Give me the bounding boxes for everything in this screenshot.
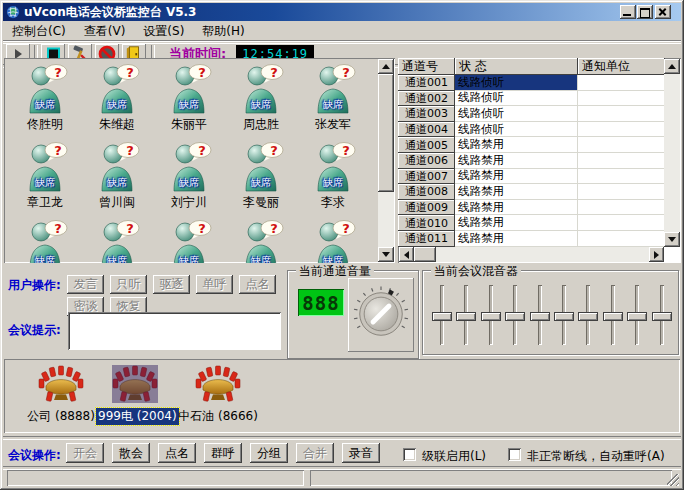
table-hscrollbar[interactable]: [399, 247, 664, 262]
scroll-right-button[interactable]: [649, 247, 664, 262]
table-row[interactable]: 通道011线路禁用: [398, 231, 665, 247]
user-item[interactable]: ?缺席: [154, 219, 224, 263]
channel-unit-cell[interactable]: [578, 169, 665, 185]
channel-id-cell[interactable]: 通道003: [398, 106, 455, 122]
channel-id-cell[interactable]: 通道005: [398, 137, 455, 153]
conference-prompt-input[interactable]: [68, 312, 281, 350]
user-item[interactable]: ?缺席周忠胜: [226, 63, 296, 139]
scroll-down-button[interactable]: [378, 247, 394, 262]
channel-unit-cell[interactable]: [578, 137, 665, 153]
table-row[interactable]: 通道002线路侦听: [398, 91, 665, 107]
column-header-unit[interactable]: 通知单位: [578, 58, 665, 75]
user-item[interactable]: ?缺席曾川闽: [82, 141, 152, 217]
channel-id-cell[interactable]: 通道007: [398, 169, 455, 185]
scroll-up-button[interactable]: [664, 59, 680, 74]
channel-status-cell[interactable]: 线路禁用: [455, 215, 578, 231]
menu-item-1[interactable]: 查看(V): [75, 21, 135, 42]
user-item[interactable]: ?缺席: [10, 219, 80, 263]
table-row[interactable]: 通道006线路禁用: [398, 153, 665, 169]
scroll-up-button[interactable]: [378, 59, 394, 74]
slider-thumb[interactable]: [627, 312, 647, 321]
slider-thumb[interactable]: [554, 312, 574, 321]
scroll-down-button[interactable]: [664, 232, 680, 247]
channel-id-cell[interactable]: 通道006: [398, 153, 455, 169]
menu-item-2[interactable]: 设置(S): [134, 21, 193, 42]
conference-item-2[interactable]: 中石油 (8666): [172, 365, 264, 425]
slider-thumb[interactable]: [530, 312, 550, 321]
channel-id-cell[interactable]: 通道009: [398, 200, 455, 216]
user-op-button-4[interactable]: 点名: [239, 275, 276, 294]
channel-status-cell[interactable]: 线路侦听: [455, 91, 578, 107]
user-item[interactable]: ?缺席张发军: [298, 63, 368, 139]
slider-thumb[interactable]: [603, 312, 623, 321]
channel-status-cell[interactable]: 线路禁用: [455, 169, 578, 185]
slider-thumb[interactable]: [456, 312, 476, 321]
channel-status-cell[interactable]: 线路侦听: [455, 75, 578, 91]
channel-unit-cell[interactable]: [578, 91, 665, 107]
channel-id-cell[interactable]: 通道008: [398, 184, 455, 200]
volume-knob[interactable]: [350, 283, 412, 348]
channel-id-cell[interactable]: 通道004: [398, 122, 455, 138]
channel-unit-cell[interactable]: [578, 106, 665, 122]
user-item[interactable]: ?缺席: [226, 219, 296, 263]
table-row[interactable]: 通道007线路禁用: [398, 169, 665, 185]
slider-thumb[interactable]: [578, 312, 598, 321]
conf-op-button-0[interactable]: 开会: [66, 443, 104, 463]
user-item[interactable]: ?缺席刘宁川: [154, 141, 224, 217]
table-vscrollbar[interactable]: [664, 59, 680, 247]
channel-unit-cell[interactable]: [578, 200, 665, 216]
user-op-button-2[interactable]: 驱逐: [153, 275, 190, 294]
table-row[interactable]: 通道008线路禁用: [398, 184, 665, 200]
menu-item-3[interactable]: 帮助(H): [193, 21, 253, 42]
conf-op-button-2[interactable]: 点名: [158, 443, 196, 463]
channel-unit-cell[interactable]: [578, 184, 665, 200]
minimize-button[interactable]: [620, 5, 636, 19]
user-item[interactable]: ?缺席: [82, 219, 152, 263]
scrollbar-thumb[interactable]: [414, 247, 436, 262]
table-row[interactable]: 通道003线路侦听: [398, 106, 665, 122]
checkbox-0[interactable]: [403, 448, 416, 461]
slider-thumb[interactable]: [505, 312, 525, 321]
conf-op-button-6[interactable]: 录音: [342, 443, 380, 463]
resize-grip[interactable]: [667, 474, 679, 486]
scrollbar-thumb[interactable]: [378, 74, 394, 192]
user-op-button-0[interactable]: 发言: [67, 275, 104, 294]
conf-op-button-5[interactable]: 合并: [296, 443, 334, 463]
column-header-channel[interactable]: 通道号: [398, 58, 455, 75]
user-item[interactable]: ?缺席佟胜明: [10, 63, 80, 139]
channel-unit-cell[interactable]: [578, 122, 665, 138]
channel-unit-cell[interactable]: [578, 153, 665, 169]
conference-item-1[interactable]: 999电 (2004): [96, 365, 174, 425]
channel-unit-cell[interactable]: [578, 215, 665, 231]
channel-status-cell[interactable]: 线路侦听: [455, 122, 578, 138]
table-row[interactable]: 通道005线路禁用: [398, 137, 665, 153]
user-item[interactable]: ?缺席朱丽平: [154, 63, 224, 139]
user-item[interactable]: ?缺席: [298, 219, 368, 263]
channel-status-cell[interactable]: 线路禁用: [455, 153, 578, 169]
channel-unit-cell[interactable]: [578, 231, 665, 247]
channel-unit-cell[interactable]: [578, 75, 665, 91]
table-row[interactable]: 通道010线路禁用: [398, 215, 665, 231]
user-item[interactable]: ?缺席李曼丽: [226, 141, 296, 217]
channel-id-cell[interactable]: 通道001: [398, 75, 455, 91]
close-button[interactable]: [655, 5, 671, 19]
table-row[interactable]: 通道004线路侦听: [398, 122, 665, 138]
table-row[interactable]: 通道001线路侦听: [398, 75, 665, 91]
scroll-left-button[interactable]: [399, 247, 414, 262]
attendee-scrollbar[interactable]: [378, 59, 394, 262]
channel-id-cell[interactable]: 通道010: [398, 215, 455, 231]
checkbox-1[interactable]: [508, 448, 521, 461]
user-item[interactable]: ?缺席李求: [298, 141, 368, 217]
user-item[interactable]: ?缺席章卫龙: [10, 141, 80, 217]
column-header-status[interactable]: 状 态: [455, 58, 578, 75]
user-op-button-3[interactable]: 单呼: [196, 275, 233, 294]
conference-item-0[interactable]: 公司 (8888): [22, 365, 100, 425]
conf-op-button-3[interactable]: 群呼: [204, 443, 242, 463]
channel-id-cell[interactable]: 通道002: [398, 91, 455, 107]
slider-thumb[interactable]: [652, 312, 672, 321]
menu-item-0[interactable]: 控制台(C): [3, 21, 75, 42]
channel-status-cell[interactable]: 线路禁用: [455, 200, 578, 216]
channel-status-cell[interactable]: 线路禁用: [455, 231, 578, 247]
table-row[interactable]: 通道009线路禁用: [398, 200, 665, 216]
maximize-button[interactable]: [637, 5, 653, 19]
